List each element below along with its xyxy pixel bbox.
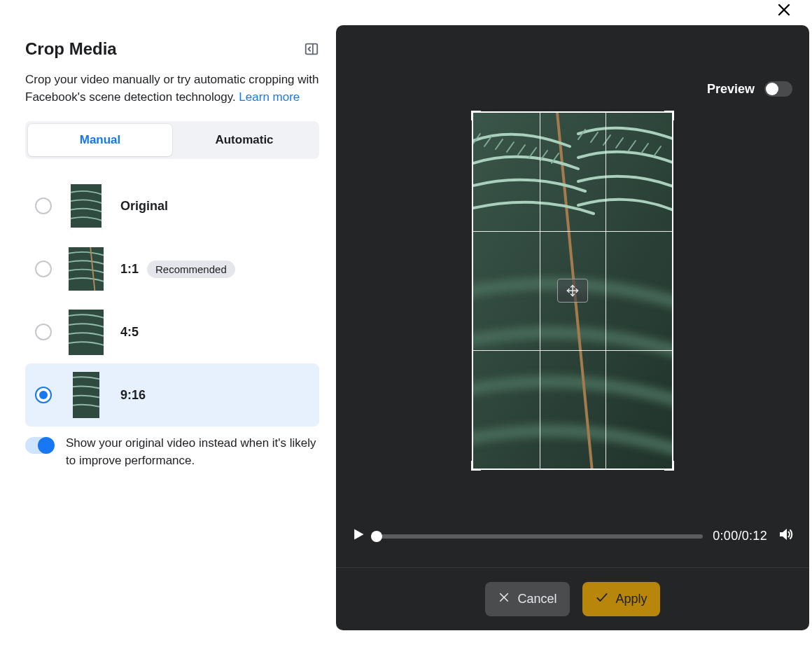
preview-label: Preview xyxy=(707,82,755,97)
close-icon xyxy=(498,591,510,607)
panel-title: Crop Media xyxy=(25,39,117,59)
aspect-ratio-list: Original xyxy=(25,174,319,426)
crop-handle[interactable] xyxy=(664,111,674,120)
crop-handle[interactable] xyxy=(471,461,481,471)
thumbnail-4-5 xyxy=(69,310,104,355)
crop-frame[interactable] xyxy=(472,111,673,470)
grid-line xyxy=(540,113,540,469)
radio-icon xyxy=(35,324,52,340)
crop-media-dialog: Crop Media Crop your video manually or t… xyxy=(0,0,812,645)
ratio-option-original[interactable]: Original xyxy=(25,174,319,237)
collapse-panel-icon[interactable] xyxy=(304,41,319,57)
thumbnail-1-1 xyxy=(69,247,104,291)
ratio-label: 4:5 xyxy=(120,325,139,340)
close-icon[interactable] xyxy=(770,0,798,25)
svg-rect-2 xyxy=(306,44,318,55)
preview-toggle[interactable] xyxy=(764,81,792,97)
play-icon[interactable] xyxy=(351,527,365,545)
radio-icon xyxy=(35,197,52,214)
thumbnail-original xyxy=(71,184,102,228)
panel-description: Crop your video manually or try automati… xyxy=(25,71,319,106)
scrubber-handle[interactable] xyxy=(371,531,382,542)
svg-marker-13 xyxy=(354,529,363,540)
ratio-label: 1:1 Recommended xyxy=(120,261,235,278)
grid-line xyxy=(473,231,672,232)
crop-handle[interactable] xyxy=(471,111,481,120)
preview-area: Preview xyxy=(336,25,809,526)
tab-automatic[interactable]: Automatic xyxy=(172,124,316,156)
left-panel: Crop Media Crop your video manually or t… xyxy=(25,39,319,470)
ratio-option-4-5[interactable]: 4:5 xyxy=(25,300,319,363)
volume-icon[interactable] xyxy=(777,526,794,546)
time-display: 0:00/0:12 xyxy=(713,529,767,543)
preview-panel: Preview xyxy=(336,25,809,630)
preview-toggle-group: Preview xyxy=(707,81,792,97)
video-player-bar: 0:00/0:12 xyxy=(336,526,809,567)
ratio-option-9-16[interactable]: 9:16 xyxy=(25,363,319,426)
performance-toggle-row: Show your original video instead when it… xyxy=(25,435,319,469)
tab-manual[interactable]: Manual xyxy=(28,124,172,156)
ratio-label: 9:16 xyxy=(120,388,146,403)
apply-button-label: Apply xyxy=(616,592,648,606)
radio-icon xyxy=(35,387,52,403)
mode-segmented-control: Manual Automatic xyxy=(25,121,319,159)
performance-toggle-label: Show your original video instead when it… xyxy=(66,435,319,469)
thumbnail-9-16 xyxy=(73,372,99,418)
crop-handle[interactable] xyxy=(664,461,674,471)
grid-line xyxy=(473,350,672,351)
radio-icon xyxy=(35,261,52,277)
learn-more-link[interactable]: Learn more xyxy=(239,90,300,104)
performance-toggle[interactable] xyxy=(25,437,53,454)
dialog-footer: Cancel Apply xyxy=(336,567,809,630)
cancel-button[interactable]: Cancel xyxy=(485,582,569,616)
check-icon xyxy=(595,590,609,608)
move-icon[interactable] xyxy=(557,279,588,303)
progress-bar[interactable] xyxy=(375,534,703,539)
cancel-button-label: Cancel xyxy=(517,592,556,606)
ratio-label-text: 1:1 xyxy=(120,262,139,277)
recommended-badge: Recommended xyxy=(147,261,235,278)
ratio-label: Original xyxy=(120,199,168,214)
ratio-option-1-1[interactable]: 1:1 Recommended xyxy=(25,237,319,300)
grid-line xyxy=(606,113,606,469)
apply-button[interactable]: Apply xyxy=(582,582,660,616)
